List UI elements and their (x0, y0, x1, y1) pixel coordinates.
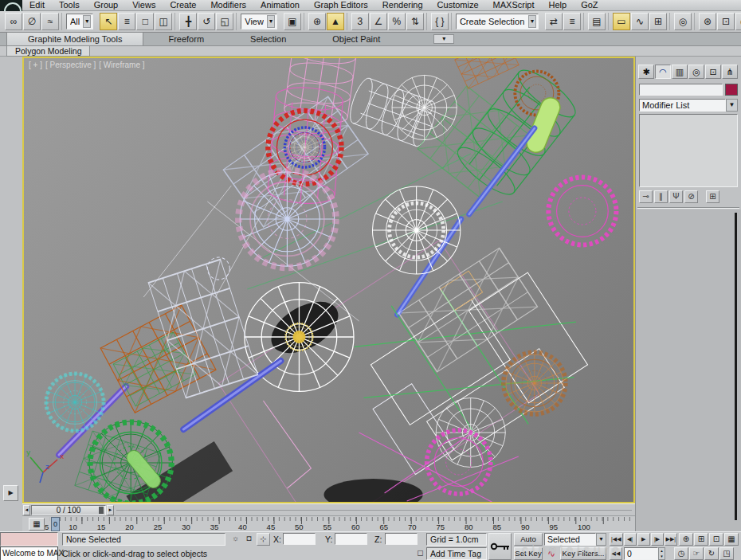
menu-graph-editors[interactable]: Graph Editors (307, 0, 375, 10)
select-and-manipulate-icon[interactable]: ⊕ (308, 13, 326, 30)
panel-tab-hierarchy[interactable]: ▥ (672, 65, 688, 79)
menu-views[interactable]: Views (125, 0, 163, 10)
viewport-menu-general[interactable]: [ + ] (29, 61, 42, 69)
align-icon[interactable]: ≡ (563, 13, 581, 30)
isolate-selection-icon[interactable]: ◻ (415, 547, 425, 560)
panel-tab-create[interactable]: ✱ (638, 65, 654, 79)
viewport-menu-shading[interactable]: [ Wireframe ] (99, 61, 144, 69)
menu-edit[interactable]: Edit (22, 0, 52, 10)
zoom-extents-all-icon[interactable]: ▦ (724, 533, 739, 546)
open-mini-curve-editor-button[interactable]: ▦ (29, 518, 45, 531)
maxscript-mini-listener[interactable]: Welcome to MAX (0, 546, 58, 560)
frame-spinner[interactable]: ▴▾ (658, 547, 665, 560)
menu-create[interactable]: Create (163, 0, 203, 10)
panel-tab-display[interactable]: ⊡ (705, 65, 721, 79)
auto-key-button[interactable]: Auto Key (514, 533, 543, 546)
menu-customize[interactable]: Customize (430, 0, 486, 10)
toggle-set-key-mode-button[interactable] (488, 533, 512, 560)
time-slider-prev-button[interactable]: ◄ (23, 505, 30, 515)
y-coordinate-field[interactable] (335, 533, 367, 545)
selection-lock-bulb-icon[interactable]: ☼ (229, 533, 241, 546)
snaps-toggle-3d-icon[interactable]: 3 (351, 13, 369, 30)
ribbon-options-dropdown[interactable]: ▾ (433, 34, 454, 44)
select-by-name-icon[interactable]: ≡ (118, 13, 135, 30)
mirror-icon[interactable]: ⇄ (545, 13, 563, 30)
track-bar-frame-handle[interactable]: 0 (51, 517, 60, 531)
next-frame-button[interactable]: |▶ (651, 533, 664, 546)
selection-filter-dropdown[interactable]: All ▾ (66, 14, 93, 29)
add-time-tag-button[interactable]: Add Time Tag (426, 547, 487, 560)
viewport-menu-pov[interactable]: [ Perspective ] (45, 61, 96, 69)
menu-modifiers[interactable]: Modifiers (203, 0, 253, 10)
menu-group[interactable]: Group (87, 0, 126, 10)
menu-help[interactable]: Help (542, 0, 574, 10)
ribbon-panel-polygon-modeling[interactable]: Polygon Modeling (6, 46, 90, 57)
previous-frame-button[interactable]: ◀| (624, 533, 637, 546)
viewport-layout-flyout-button[interactable]: ▶ (3, 485, 18, 501)
key-filters-button[interactable]: Key Filters... (560, 547, 606, 560)
make-unique-button[interactable]: Ψ (669, 190, 683, 203)
application-button[interactable] (0, 0, 22, 11)
right-panel-scrollbar[interactable] (735, 213, 737, 520)
modifier-list-dropdown[interactable]: Modifier List (639, 99, 726, 112)
viewport-canvas[interactable]: [ + ][ Perspective ][ Wireframe ] (22, 57, 635, 503)
panel-tab-utilities[interactable]: ⋔ (722, 65, 738, 79)
select-and-move-icon[interactable]: ╋ (179, 13, 197, 30)
panel-tab-modify[interactable]: ◠ (655, 65, 671, 79)
select-and-rotate-icon[interactable]: ↺ (198, 13, 215, 30)
graphite-ribbon-toggle-icon[interactable]: ▭ (613, 13, 630, 30)
render-setup-icon[interactable]: ⊛ (699, 13, 716, 30)
remove-modifier-button[interactable]: ⊘ (684, 190, 698, 203)
window-crossing-toggle-icon[interactable]: ◫ (155, 13, 172, 30)
panel-tab-motion[interactable]: ◎ (688, 65, 704, 79)
curve-editor-icon[interactable]: ∿ (631, 13, 649, 30)
object-name-field[interactable] (639, 84, 723, 96)
maximize-viewport-toggle-icon[interactable]: ◳ (719, 547, 734, 560)
track-bar[interactable]: ▦ 51015202530354045505560657075808590951… (22, 515, 635, 531)
menu-animation[interactable]: Animation (253, 0, 307, 10)
rectangular-selection-region-icon[interactable]: □ (136, 13, 154, 30)
keyboard-shortcut-override-icon[interactable]: ▲ (327, 13, 344, 30)
time-slider-handle[interactable]: 0 / 100 (31, 505, 106, 515)
absolute-mode-toggle-icon[interactable]: ⊹ (257, 533, 270, 546)
edit-named-selection-sets-icon[interactable]: { } (431, 13, 449, 30)
time-slider-next-button[interactable]: ► (107, 505, 114, 515)
orbit-icon[interactable]: ↻ (704, 547, 719, 560)
default-tangent-icon[interactable]: ∿ (545, 547, 558, 560)
material-editor-icon[interactable]: ◎ (674, 13, 692, 30)
percent-snap-icon[interactable]: % (388, 13, 406, 30)
ribbon-tab-object-paint[interactable]: Object Paint (311, 32, 402, 45)
modifier-stack-list[interactable] (639, 114, 738, 187)
angle-snap-icon[interactable]: ∠ (370, 13, 387, 30)
menu-tools[interactable]: Tools (52, 0, 87, 10)
render-production-icon[interactable]: ◉ (735, 13, 741, 30)
chevron-down-icon[interactable]: ▼ (726, 99, 738, 112)
select-and-link-icon[interactable]: ∞ (5, 13, 22, 30)
ribbon-tab-selection[interactable]: Selection (229, 32, 308, 45)
zoom-icon[interactable]: ⊕ (679, 533, 693, 546)
schematic-view-icon[interactable]: ⊞ (649, 13, 667, 30)
use-pivot-point-center-icon[interactable]: ▣ (284, 13, 301, 30)
time-configuration-icon[interactable]: ◷ (674, 547, 688, 560)
select-object-icon[interactable]: ↖ (100, 13, 117, 30)
macro-recorder-line[interactable] (0, 532, 58, 546)
menu-rendering[interactable]: Rendering (375, 0, 430, 10)
show-end-result-button[interactable]: ∥ (654, 190, 668, 203)
object-color-swatch[interactable] (725, 84, 738, 96)
go-to-end-button[interactable]: ▶▶| (665, 533, 678, 546)
zoom-extents-icon[interactable]: ⊡ (709, 533, 723, 546)
play-button[interactable]: ▶ (637, 533, 650, 546)
zoom-all-icon[interactable]: ⊞ (694, 533, 708, 546)
rendered-frame-window-icon[interactable]: ⊡ (717, 13, 735, 30)
ribbon-tab-freeform[interactable]: Freeform (147, 32, 225, 45)
current-frame-field[interactable]: 0 ▴▾ (624, 547, 665, 560)
ribbon-tab-graphite[interactable]: Graphite Modeling Tools (6, 32, 143, 45)
unlink-selection-icon[interactable]: ∅ (23, 13, 41, 30)
selection-lock-icon[interactable]: ◘ (243, 533, 255, 546)
selected-keys-dropdown[interactable]: Selected ▼ (544, 533, 606, 546)
set-key-button[interactable]: Set Key (514, 547, 543, 560)
menu-maxscript[interactable]: MAXScript (486, 0, 542, 10)
key-mode-toggle-icon[interactable]: ◀◀ (610, 547, 622, 560)
z-coordinate-field[interactable] (385, 533, 418, 545)
select-and-scale-icon[interactable]: ◱ (216, 13, 233, 30)
